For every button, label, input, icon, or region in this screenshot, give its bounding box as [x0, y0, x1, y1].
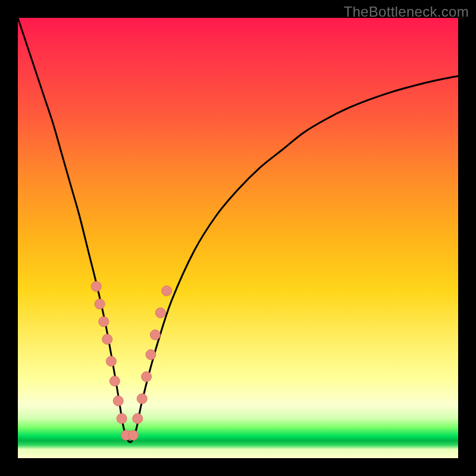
bead-marker — [113, 396, 123, 406]
bead-marker — [106, 356, 116, 367]
bead-marker — [117, 414, 127, 424]
highlight-beads — [91, 281, 171, 440]
bead-marker — [95, 299, 105, 309]
bead-marker — [128, 430, 138, 440]
curve-svg — [18, 18, 458, 458]
bead-marker — [146, 350, 156, 360]
bead-marker — [133, 414, 143, 424]
bead-marker — [150, 330, 160, 340]
bead-marker — [91, 281, 101, 292]
bead-marker — [137, 394, 147, 404]
bead-marker — [109, 376, 120, 386]
bead-marker — [102, 334, 112, 345]
bottleneck-curve — [18, 18, 458, 442]
watermark-text: TheBottleneck.com — [343, 4, 469, 20]
bead-marker — [155, 308, 165, 318]
bead-marker — [162, 286, 172, 296]
outer-frame: TheBottleneck.com — [0, 0, 476, 476]
plot-area — [18, 18, 458, 458]
bead-marker — [99, 317, 109, 327]
bead-marker — [142, 372, 152, 382]
